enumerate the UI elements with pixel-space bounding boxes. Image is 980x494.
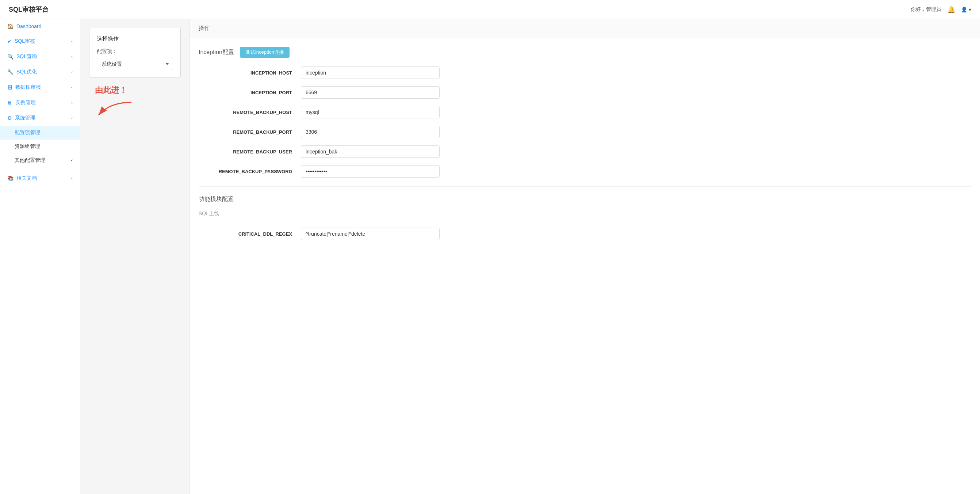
chevron-icon: ‹ xyxy=(71,100,73,105)
sql-online-label: SQL上线 xyxy=(199,210,971,220)
field-remote-backup-user: REMOTE_BACKUP_USER xyxy=(199,145,971,158)
header: SQL审核平台 你好，管理员 🔔 👤 ▾ xyxy=(0,0,980,19)
chevron-icon: ‹ xyxy=(71,157,73,164)
greeting-text: 你好，管理员 xyxy=(911,6,941,13)
field-remote-backup-port: REMOTE_BACKUP_PORT xyxy=(199,126,971,138)
sidebar-item-sys-mgmt[interactable]: ⚙ 系统管理 ‹ xyxy=(0,110,80,126)
label-remote-backup-port: REMOTE_BACKUP_PORT xyxy=(199,129,301,135)
avatar-menu[interactable]: 👤 ▾ xyxy=(961,6,971,13)
section-divider xyxy=(199,186,971,187)
dashboard-icon: 🏠 xyxy=(7,23,14,29)
input-remote-backup-port[interactable] xyxy=(301,126,440,138)
sidebar-item-docs[interactable]: 📚 相关文档 ‹ xyxy=(0,171,80,186)
sidebar-label-sql-query: SQL查询 xyxy=(16,53,37,60)
chevron-icon: ‹ xyxy=(71,39,73,44)
app-title: SQL审核平台 xyxy=(9,5,49,14)
inception-title: Inception配置 xyxy=(199,49,234,56)
feature-section-title: 功能模块配置 xyxy=(199,196,971,203)
right-panel-header: 操作 xyxy=(190,19,980,38)
label-remote-backup-password: REMOTE_BACKUP_PASSWORD xyxy=(199,169,301,174)
test-inception-button[interactable]: 测试inception连接 xyxy=(240,47,290,58)
label-inception-host: INCEPTION_HOST xyxy=(199,70,301,76)
resource-mgmt-label: 资源组管理 xyxy=(14,143,40,149)
search-icon: 🔍 xyxy=(7,54,14,59)
config-mgmt-label: 配置项管理 xyxy=(14,129,40,135)
config-select[interactable]: 系统设置 xyxy=(97,58,173,70)
chevron-icon: ‹ xyxy=(71,54,73,59)
field-remote-backup-password: REMOTE_BACKUP_PASSWORD xyxy=(199,165,971,178)
wrench-icon: 🔧 xyxy=(7,69,14,75)
field-inception-host: INCEPTION_HOST xyxy=(199,67,971,79)
annotation-text: 由此进！ xyxy=(95,85,139,96)
sidebar-label-db-audit: 数据库审核 xyxy=(15,84,41,91)
gear-icon: ⚙ xyxy=(7,115,12,121)
sidebar-item-sql-audit[interactable]: ✔ SQL审核 ‹ xyxy=(0,33,80,49)
sidebar-label-instance-mgmt: 实例管理 xyxy=(15,99,36,106)
inception-section-header: Inception配置 测试inception连接 xyxy=(199,47,971,58)
input-inception-port[interactable] xyxy=(301,86,440,99)
sidebar-subitem-config-mgmt[interactable]: 配置项管理 xyxy=(0,126,80,140)
sidebar-label-sql-audit: SQL审核 xyxy=(14,38,35,45)
server-icon: 🖥 xyxy=(7,100,13,105)
sidebar-subitem-other-config[interactable]: 其他配置管理 ‹ xyxy=(0,153,80,167)
left-panel: 选择操作 配置项： 系统设置 由此进！ xyxy=(80,19,190,494)
sidebar-item-dashboard[interactable]: 🏠 Dashboard xyxy=(0,19,80,33)
chevron-icon: ‹ xyxy=(71,85,73,90)
right-panel-content: Inception配置 测试inception连接 INCEPTION_HOST… xyxy=(190,38,980,256)
label-inception-port: INCEPTION_PORT xyxy=(199,90,301,96)
arrow-icon xyxy=(95,99,139,121)
input-inception-host[interactable] xyxy=(301,67,440,79)
field-remote-backup-host: REMOTE_BACKUP_HOST xyxy=(199,106,971,118)
sidebar-item-sql-optimize[interactable]: 🔧 SQL优化 ‹ xyxy=(0,64,80,80)
other-config-label: 其他配置管理 xyxy=(14,157,45,164)
sidebar-label-sql-optimize: SQL优化 xyxy=(16,69,37,75)
operation-box: 选择操作 配置项： 系统设置 xyxy=(89,28,181,78)
field-critical-ddl-regex: CRITICAL_DDL_REGEX xyxy=(199,228,971,240)
label-remote-backup-user: REMOTE_BACKUP_USER xyxy=(199,149,301,155)
chevron-icon: ‹ xyxy=(71,176,73,181)
check-icon: ✔ xyxy=(7,38,12,44)
input-remote-backup-host[interactable] xyxy=(301,106,440,118)
annotation: 由此进！ xyxy=(95,85,139,122)
sidebar-label-sys-mgmt: 系统管理 xyxy=(15,115,35,121)
layout: 🏠 Dashboard ✔ SQL审核 ‹ 🔍 SQL查询 ‹ 🔧 SQL优化 … xyxy=(0,19,980,494)
chevron-icon: ‹ xyxy=(71,69,73,75)
sidebar-subitem-resource-mgmt[interactable]: 资源组管理 xyxy=(0,140,80,153)
header-right: 你好，管理员 🔔 👤 ▾ xyxy=(911,5,971,14)
sidebar-label-dashboard: Dashboard xyxy=(16,23,41,29)
inception-fields: INCEPTION_HOST INCEPTION_PORT REMOTE_BAC… xyxy=(199,67,971,178)
input-remote-backup-user[interactable] xyxy=(301,145,440,158)
input-remote-backup-password[interactable] xyxy=(301,165,440,178)
label-remote-backup-host: REMOTE_BACKUP_HOST xyxy=(199,110,301,115)
sidebar-item-sql-query[interactable]: 🔍 SQL查询 ‹ xyxy=(0,49,80,64)
bell-icon[interactable]: 🔔 xyxy=(947,5,955,14)
book-icon: 📚 xyxy=(7,175,14,181)
input-critical-ddl-regex[interactable] xyxy=(301,228,440,240)
sidebar-item-db-audit[interactable]: 🗄 数据库审核 ‹ xyxy=(0,80,80,95)
field-inception-port: INCEPTION_PORT xyxy=(199,86,971,99)
main-content: 选择操作 配置项： 系统设置 由此进！ xyxy=(80,19,980,494)
label-critical-ddl-regex: CRITICAL_DDL_REGEX xyxy=(199,231,301,237)
sidebar-label-docs: 相关文档 xyxy=(16,175,37,182)
box-title: 选择操作 xyxy=(97,35,173,42)
sidebar: 🏠 Dashboard ✔ SQL审核 ‹ 🔍 SQL查询 ‹ 🔧 SQL优化 … xyxy=(0,19,80,494)
right-panel: 操作 Inception配置 测试inception连接 INCEPTION_H… xyxy=(190,19,980,494)
database-icon: 🗄 xyxy=(7,84,13,90)
chevron-icon: ‹ xyxy=(71,115,73,121)
form-label: 配置项： xyxy=(97,48,173,55)
sidebar-item-instance-mgmt[interactable]: 🖥 实例管理 ‹ xyxy=(0,95,80,110)
